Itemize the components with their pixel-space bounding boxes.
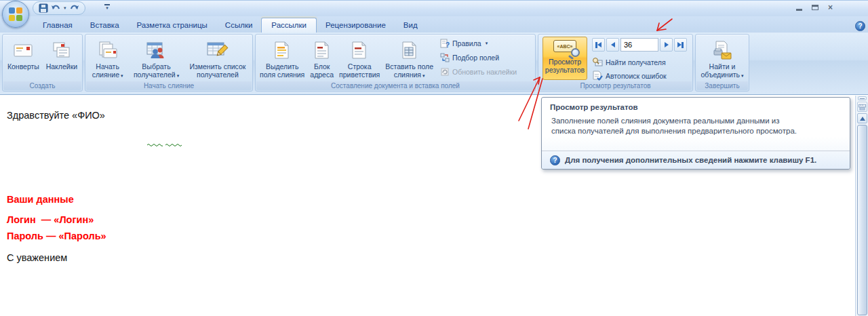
group-preview-results: «ABC» Просмотр результатов Найти получат…: [538, 34, 693, 92]
group-compose: Выделить поля слияния Блок адреса Строка…: [255, 34, 536, 92]
doc-greeting-line: Здравствуйте «ФИО»: [7, 110, 105, 121]
select-recipients-button[interactable]: Выбрать получателей▾: [134, 36, 179, 81]
insert-merge-field-button[interactable]: Вставить поле слияния▾: [385, 36, 433, 81]
finish-merge-button[interactable]: Найти и объединить▾: [701, 36, 743, 81]
group-caption-start-merge[interactable]: Начать слияние: [86, 81, 252, 90]
office-logo-icon: [9, 7, 22, 21]
group-caption-create[interactable]: Создать: [3, 81, 81, 90]
rules-button[interactable]: ? Правила ▾: [440, 37, 534, 49]
tab-page-layout[interactable]: Разметка страницы: [128, 18, 216, 33]
greeting-line-icon: [351, 38, 368, 62]
tooltip-title: Просмотр результатов: [542, 98, 850, 113]
find-recipient-icon: [592, 57, 603, 67]
match-fields-button[interactable]: Подбор полей: [440, 52, 534, 63]
tab-mailings[interactable]: Рассылки: [261, 18, 317, 33]
help-button[interactable]: ?: [855, 21, 865, 31]
undo-icon[interactable]: [51, 4, 61, 13]
record-number-field[interactable]: [620, 38, 658, 52]
dropdown-caret-icon: ▾: [486, 41, 488, 46]
group-finish: Найти и объединить▾ Завершить: [695, 34, 749, 92]
auto-check-errors-button[interactable]: Автопоиск ошибок: [592, 71, 667, 81]
greeting-line-button[interactable]: Строка приветствия: [339, 36, 380, 81]
tab-references[interactable]: Ссылки: [216, 18, 262, 33]
first-record-button[interactable]: [592, 38, 605, 52]
preview-results-tooltip: Просмотр результатов Заполнение полей сл…: [541, 97, 850, 170]
address-block-icon: [313, 38, 331, 62]
labels-icon: [52, 38, 72, 62]
ruler-icon: [859, 104, 866, 111]
redo-icon[interactable]: [69, 4, 79, 13]
vertical-scrollbar: [855, 96, 868, 316]
split-window-handle[interactable]: [858, 96, 867, 100]
match-fields-icon: [440, 53, 450, 62]
quick-access-toolbar: ▾: [33, 1, 85, 15]
title-bar: ×: [0, 0, 868, 16]
find-recipient-button[interactable]: Найти получателя: [592, 57, 666, 67]
spellcheck-squiggle: [165, 142, 182, 146]
dropdown-caret-icon: ▾: [177, 73, 180, 78]
next-record-button[interactable]: [660, 38, 673, 52]
tooltip-help-icon: ?: [550, 155, 560, 165]
doc-closing-line: С уважением: [7, 252, 67, 263]
close-icon[interactable]: ×: [828, 4, 833, 11]
group-caption-preview[interactable]: Просмотр результатов: [539, 81, 692, 90]
save-icon[interactable]: [39, 3, 48, 13]
start-merge-icon: [97, 38, 119, 62]
previous-record-button[interactable]: [606, 38, 619, 52]
ribbon: Конверты Наклейки Создать Начать: [0, 33, 868, 95]
preview-results-icon: «ABC»: [553, 40, 576, 58]
ruler-toggle-button[interactable]: [857, 102, 867, 112]
qat-customize-icon[interactable]: ▾: [103, 4, 111, 10]
restore-icon[interactable]: [812, 5, 818, 10]
office-button[interactable]: [2, 1, 29, 28]
select-recipients-icon: [146, 38, 167, 62]
start-merge-button[interactable]: Начать слияние▾: [92, 36, 123, 81]
magnifier-icon: [571, 48, 580, 57]
auto-check-icon: [592, 71, 603, 81]
tooltip-footer-text: Для получения дополнительных сведений на…: [565, 156, 816, 164]
doc-login-line: Логин — «Логин»: [7, 214, 94, 225]
dropdown-caret-icon: ▾: [741, 73, 744, 78]
highlight-fields-icon: [273, 38, 291, 62]
insert-field-icon: [401, 38, 418, 62]
rules-icon: ?: [440, 39, 450, 48]
edit-list-icon: [206, 38, 229, 62]
tab-view[interactable]: Вид: [395, 18, 427, 33]
dropdown-caret-icon: ▾: [121, 73, 123, 78]
tab-review[interactable]: Рецензирование: [317, 18, 395, 33]
address-block-button[interactable]: Блок адреса: [310, 36, 334, 81]
update-labels-icon: [440, 67, 450, 77]
highlight-merge-fields-button[interactable]: Выделить поля слияния: [260, 36, 304, 81]
spellcheck-squiggle: [147, 142, 163, 146]
envelope-icon: [13, 38, 33, 62]
scroll-up-button[interactable]: [857, 113, 867, 123]
dropdown-caret-icon: ▾: [422, 73, 425, 78]
last-record-button[interactable]: [674, 38, 687, 52]
tooltip-body: Заполнение полей слияния документа реаль…: [542, 113, 813, 136]
doc-heading-line: Ваши данные: [7, 194, 74, 205]
doc-password-line: Пароль — «Пароль»: [7, 231, 106, 241]
tab-home[interactable]: Главная: [34, 18, 81, 33]
ribbon-tab-row: Главная Вставка Разметка страницы Ссылки…: [0, 16, 868, 33]
group-caption-finish[interactable]: Завершить: [696, 81, 748, 90]
svg-text:?: ?: [446, 41, 450, 48]
word-window: × ▾ ▾ Главная Вставка Разметка страницы …: [0, 0, 868, 316]
preview-results-button[interactable]: «ABC» Просмотр результатов: [542, 37, 587, 80]
tab-insert[interactable]: Вставка: [81, 18, 128, 33]
update-labels-button: Обновить наклейки: [440, 66, 534, 77]
envelopes-button[interactable]: Конверты: [7, 36, 39, 81]
labels-button[interactable]: Наклейки: [46, 36, 77, 81]
group-start-merge: Начать слияние▾ Выбрать получателей▾ Изм…: [85, 34, 253, 92]
group-create: Конверты Наклейки Создать: [2, 34, 83, 92]
group-caption-compose[interactable]: Составление документа и вставка полей: [256, 81, 534, 90]
edit-recipient-list-button[interactable]: Изменить список получателей: [189, 36, 245, 81]
finish-merge-icon: [712, 38, 732, 62]
undo-dropdown-icon[interactable]: ▾: [64, 5, 66, 11]
minimize-icon[interactable]: [796, 9, 802, 11]
scroll-thumb[interactable]: [857, 125, 867, 315]
